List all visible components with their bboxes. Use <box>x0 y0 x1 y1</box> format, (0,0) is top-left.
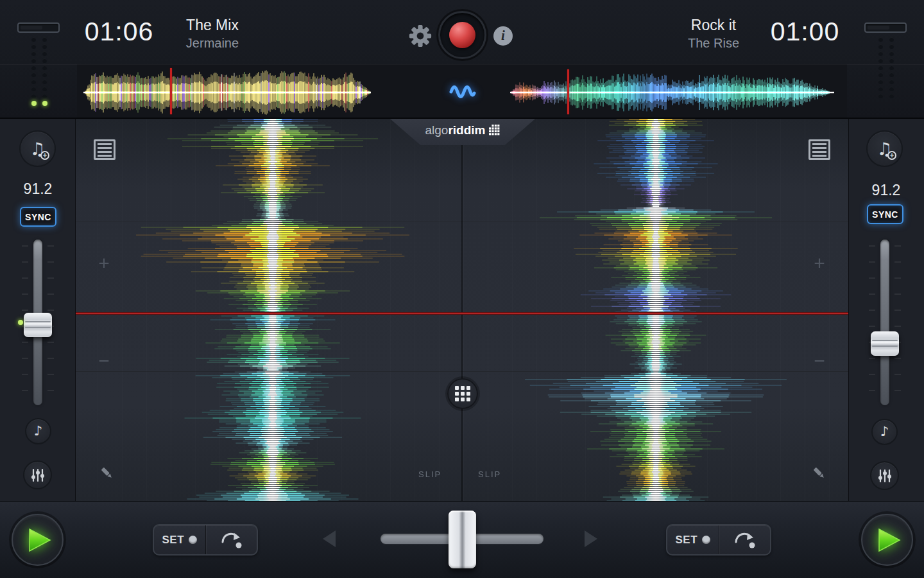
deck-a-meter-leds <box>42 37 47 101</box>
deck-b-track-info: Rock it The Rise <box>659 15 768 52</box>
deck-a-edit-pencil-icon[interactable] <box>98 464 115 481</box>
record-icon <box>449 22 475 48</box>
deck-a-track-artist: Jermaine <box>158 35 267 52</box>
deck-b-track-artist: The Rise <box>659 35 768 52</box>
info-button[interactable]: i <box>493 26 513 46</box>
deck-a-zoom-out-button[interactable]: − <box>91 350 117 372</box>
record-button[interactable] <box>438 11 486 59</box>
deck-a-key-button[interactable]: ♪ <box>25 418 51 444</box>
grid-icon <box>455 386 470 401</box>
deck-b-pitch-fader-track[interactable] <box>880 240 889 405</box>
deck-divider <box>461 119 463 501</box>
deck-a-sync-button[interactable]: SYNC <box>20 207 56 227</box>
curved-arrow-icon <box>219 530 243 550</box>
mixer-sliders-icon <box>30 468 46 483</box>
deck-a-meter-green-led <box>31 101 37 106</box>
top-bar: 01:06 The Mix Jermaine i Rock it The Ris… <box>0 0 924 119</box>
deck-b-load-track-button[interactable]: ♫ + <box>866 130 903 167</box>
deck-a-load-track-button[interactable]: ♫ + <box>19 130 56 167</box>
deck-a-play-button[interactable] <box>12 514 64 566</box>
deck-a-track-title: The Mix <box>158 15 267 35</box>
deck-b-level-bar <box>868 26 889 30</box>
crossfader-knob[interactable] <box>449 511 476 568</box>
deck-b-track-title: Rock it <box>659 15 768 35</box>
deck-a-level-meter <box>17 22 60 33</box>
transport-bar: SET SET <box>0 501 924 578</box>
deck-a-time: 01:06 <box>76 17 162 47</box>
plus-icon: + <box>887 151 896 160</box>
deck-b-sync-button[interactable]: SYNC <box>867 204 903 224</box>
set-label: SET <box>162 534 184 547</box>
deck-a-overview-playhead <box>170 68 172 114</box>
deck-b-edit-pencil-icon[interactable] <box>810 464 827 481</box>
deck-a-meter-leds <box>31 37 37 101</box>
mixer-sliders-icon <box>877 468 893 484</box>
deck-a-waveform[interactable] <box>76 119 462 501</box>
logo-dots-icon <box>489 125 500 136</box>
play-icon <box>877 527 902 553</box>
deck-a-overview-waveform[interactable] <box>77 64 427 118</box>
deck-b-jump-cue-button[interactable] <box>719 525 771 554</box>
deck-b-meter-leds <box>878 37 884 101</box>
deck-b-time: 01:00 <box>762 17 848 47</box>
play-icon <box>28 527 52 553</box>
deck-b-overview-waveform[interactable] <box>501 64 847 118</box>
logo-text-bold: riddim <box>448 123 485 137</box>
crossfader-right-arrow[interactable] <box>585 530 597 547</box>
waveform-mode-icon[interactable] <box>447 78 478 106</box>
deck-b-pitch-ticks <box>894 245 901 406</box>
deck-b-set-cue-button[interactable]: SET <box>667 525 719 554</box>
cue-dot-icon <box>702 536 710 544</box>
plus-icon: + <box>40 151 49 160</box>
deck-b-cue-group: SET <box>666 524 771 556</box>
set-label: SET <box>675 534 697 547</box>
deck-b-playlist-icon[interactable] <box>809 139 830 160</box>
cue-dot-icon <box>189 536 197 544</box>
deck-a-cue-group: SET <box>153 524 258 556</box>
playhead-line <box>76 312 848 315</box>
curved-arrow-icon <box>733 530 756 550</box>
deck-b-level-meter <box>864 22 907 33</box>
deck-a-pitch-zero-led <box>18 320 23 325</box>
deck-b-slip-toggle[interactable]: SLIP <box>478 469 501 479</box>
deck-a-jump-cue-button[interactable] <box>206 525 257 554</box>
deck-b-key-button[interactable]: ♪ <box>871 419 898 445</box>
deck-a-slip-toggle[interactable]: SLIP <box>418 469 441 479</box>
deck-b-waveform[interactable] <box>462 119 848 501</box>
deck-b-overview-playhead <box>567 69 569 114</box>
djay-app: 01:06 The Mix Jermaine i Rock it The Ris… <box>0 0 924 578</box>
deck-area: + − + − algoriddim SLIP SLIP <box>0 119 924 501</box>
deck-a-set-cue-button[interactable]: SET <box>154 525 206 554</box>
deck-a-bpm: 91.2 <box>0 180 76 198</box>
deck-b-bpm: 91.2 <box>848 182 924 199</box>
deck-a-mixer-button[interactable] <box>23 460 52 489</box>
deck-b-mixer-button[interactable] <box>870 461 899 490</box>
deck-b-zoom-out-button[interactable]: − <box>807 350 832 372</box>
settings-gear-icon[interactable] <box>409 24 432 48</box>
music-note-icon: ♪ <box>880 425 889 439</box>
logo-text-light: algo <box>425 123 449 137</box>
deck-b-play-button[interactable] <box>861 514 913 566</box>
deck-a-level-bar <box>21 26 42 30</box>
deck-b-pitch-fader-knob[interactable] <box>871 331 899 356</box>
deck-a-track-info: The Mix Jermaine <box>158 15 267 52</box>
music-note-icon: ♪ <box>34 425 42 438</box>
deck-a-meter-green-led <box>42 101 47 106</box>
deck-b-pitch-ticks <box>869 245 875 406</box>
crossfader-left-arrow[interactable] <box>323 530 336 547</box>
deck-b-zoom-in-button[interactable]: + <box>807 252 832 274</box>
deck-a-pitch-fader-knob[interactable] <box>24 313 52 337</box>
deck-a-zoom-in-button[interactable]: + <box>91 252 117 274</box>
pads-grid-button[interactable] <box>447 378 478 409</box>
deck-b-meter-leds <box>889 37 894 101</box>
deck-a-playlist-icon[interactable] <box>94 139 116 160</box>
